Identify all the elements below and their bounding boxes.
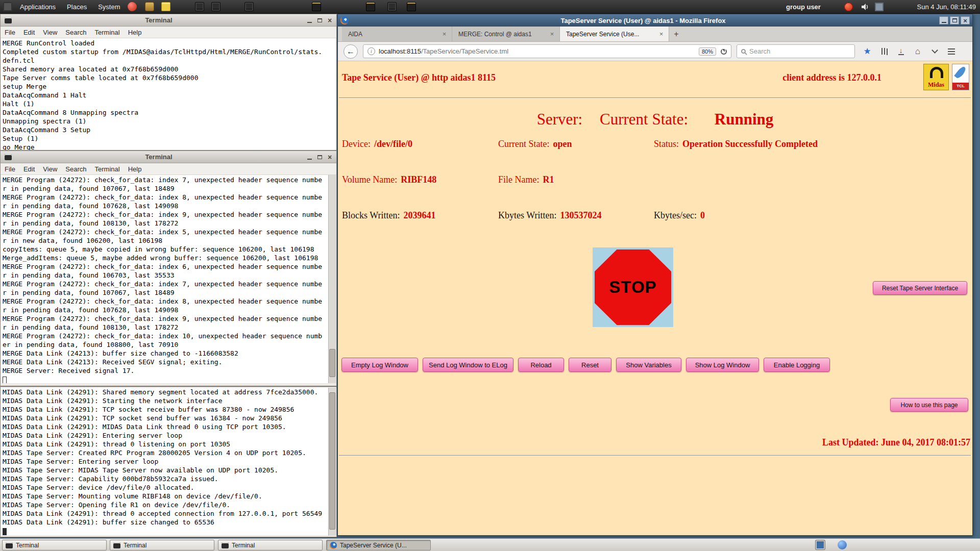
terminal-launcher-icon[interactable] [312, 2, 321, 11]
close-button[interactable]: × [325, 153, 334, 162]
panel-launcher-icon[interactable] [195, 2, 204, 11]
input-method-icon[interactable] [875, 3, 884, 11]
tab-aida[interactable]: AIDA × [342, 27, 452, 41]
close-button[interactable]: × [325, 16, 334, 25]
maximize-button[interactable] [315, 16, 324, 25]
taskbar-item-terminal[interactable]: Terminal [2, 540, 107, 550]
downloads-icon[interactable]: ↓ [896, 46, 906, 57]
terminal-menu-item[interactable]: Terminal [91, 27, 124, 38]
terminal-window-2: Terminal × FileEditViewSearchTerminalHel… [0, 151, 337, 386]
terminal-log-line: er in pending data, found 108800, last 7… [3, 340, 328, 349]
library-icon[interactable] [879, 46, 889, 57]
page-action-button[interactable]: Enable Logging [764, 358, 830, 372]
taskbar-item-tapeserver[interactable]: TapeServer Service (U... [326, 540, 431, 550]
tcl-logo[interactable]: TCL [952, 64, 969, 90]
taskbar-item-terminal[interactable]: Terminal [218, 540, 323, 550]
panel-launcher-icon[interactable] [407, 2, 416, 11]
terminal-log-line: MIDAS Data Link (24291): thread 0 accept… [3, 509, 328, 518]
panel-launcher-icon[interactable] [211, 2, 220, 11]
minimize-button[interactable] [305, 153, 314, 162]
tab-close-icon[interactable]: × [548, 30, 556, 38]
bookmark-star-icon[interactable]: ★ [862, 46, 872, 57]
search-input[interactable] [749, 47, 850, 55]
terminal-menu-item[interactable]: Help [124, 27, 146, 38]
notes-launcher-icon[interactable] [161, 2, 170, 11]
maximize-button[interactable] [950, 16, 959, 24]
panel-launcher-icon[interactable] [244, 2, 254, 11]
site-info-icon[interactable]: i [368, 47, 375, 55]
terminal-log-line: Merge_addItems: queue 5, maybe added wro… [3, 254, 328, 262]
hamburger-menu-icon[interactable] [946, 46, 957, 57]
panel-launcher-icon[interactable] [145, 2, 154, 11]
terminal-log-line: MERGE Program (24272): check_for_data: i… [3, 228, 328, 236]
tray-icon[interactable] [859, 540, 868, 549]
tray-icon[interactable] [838, 540, 847, 549]
update-notifier-icon[interactable] [844, 3, 853, 11]
panel-launcher-icon[interactable] [128, 2, 137, 11]
terminal2-titlebar[interactable]: Terminal × [1, 151, 336, 163]
terminal-cursor [3, 528, 7, 535]
page-action-button[interactable]: Show Log Window [686, 358, 759, 372]
scrollbar-thumb[interactable] [329, 392, 335, 530]
terminal-menu-item[interactable]: Edit [19, 163, 39, 175]
terminal-menu-item[interactable]: File [1, 163, 19, 175]
minimize-button[interactable] [939, 16, 948, 24]
taskbar-item-terminal[interactable]: Terminal [110, 540, 214, 550]
home-icon[interactable]: ⌂ [913, 46, 923, 57]
panel-menu-item[interactable]: Places [61, 0, 92, 14]
terminal3-scrollbar[interactable] [328, 388, 336, 536]
tab-close-icon[interactable]: × [657, 30, 665, 38]
distro-menu-icon[interactable] [3, 2, 12, 11]
terminal1-output: MERGE RunControl loadedCompleted custom … [1, 38, 336, 150]
terminal-menu-item[interactable]: File [1, 27, 19, 38]
terminal-launcher-icon[interactable] [366, 2, 375, 11]
new-tab-button[interactable]: + [669, 27, 683, 41]
reload-icon[interactable] [721, 48, 727, 55]
volume-icon[interactable] [861, 3, 869, 11]
url-bar[interactable]: i localhost:8115 /TapeService/TapeServic… [363, 44, 731, 58]
terminal2-scrollbar[interactable] [328, 175, 336, 383]
scrollbar-thumb[interactable] [329, 349, 335, 377]
terminal1-titlebar[interactable]: Terminal × [1, 14, 336, 27]
terminal-menu-item[interactable]: Help [124, 163, 146, 175]
terminal-menu-item[interactable]: View [39, 27, 61, 38]
terminal1-log: MERGE RunControl loadedCompleted custom … [3, 39, 328, 150]
page-action-button[interactable]: Send Log Window to ELog [423, 358, 513, 372]
minimize-button[interactable] [305, 16, 314, 25]
file-name-field: File Name:R1 [498, 174, 554, 185]
tray-icon[interactable] [883, 540, 892, 549]
page-action-button[interactable]: Reset [569, 358, 611, 372]
firefox-titlebar[interactable]: TapeServer Service (User) @ aidas1 - Moz… [338, 14, 972, 27]
tab-merge-control[interactable]: MERGE: Control @ aidas1 × [452, 27, 560, 41]
terminal-prompt-line [3, 375, 328, 383]
tab-tapeserver-service[interactable]: TapeServer Service (Use... × [560, 27, 669, 41]
terminal-menu-item[interactable]: View [39, 163, 61, 175]
terminal-menu-item[interactable]: Terminal [91, 163, 124, 175]
panel-menu-item[interactable]: System [92, 0, 126, 14]
back-button[interactable]: ← [344, 44, 358, 59]
terminal-menu-item[interactable]: Search [61, 27, 90, 38]
reset-tape-server-button[interactable]: Reset Tape Server Interface [873, 281, 967, 295]
stop-text: STOP [609, 278, 656, 297]
page-action-button[interactable]: Empty Log Window [341, 358, 418, 372]
terminal-log-line: MERGE Program (24272): check_for_data: i… [3, 297, 328, 306]
maximize-button[interactable] [315, 153, 324, 162]
page-action-button[interactable]: Show Variables [616, 358, 681, 372]
midas-logo[interactable]: Midas [923, 64, 949, 90]
tab-close-icon[interactable]: × [440, 30, 448, 38]
close-button[interactable]: × [961, 16, 970, 24]
panel-menu-item[interactable]: Applications [14, 0, 61, 14]
zoom-level-badge[interactable]: 80% [699, 47, 716, 56]
help-button[interactable]: How to use this page [890, 398, 968, 412]
search-box[interactable] [737, 44, 855, 58]
tray-icon[interactable] [848, 540, 857, 549]
stop-sign: STOP [593, 247, 673, 327]
terminal-menu-item[interactable]: Search [61, 163, 90, 175]
tray-display-icon[interactable] [816, 540, 825, 549]
taskbar: Terminal Terminal Terminal TapeServer Se… [0, 538, 980, 551]
panel-launcher-icon[interactable] [387, 2, 397, 11]
pocket-icon[interactable] [929, 46, 940, 57]
page-action-button[interactable]: Reload [518, 358, 564, 372]
terminal-menu-item[interactable]: Edit [19, 27, 39, 38]
clock[interactable]: Sun 4 Jun, 08:11:49 [917, 0, 976, 14]
